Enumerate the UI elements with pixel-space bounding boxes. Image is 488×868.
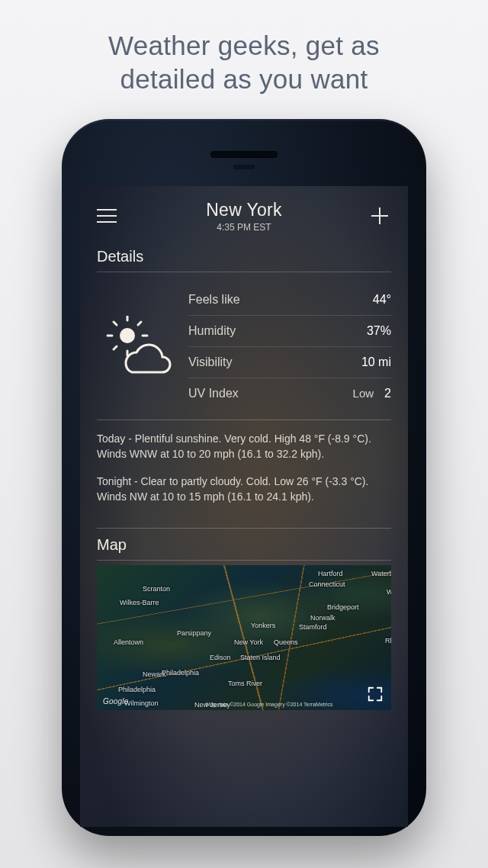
- map-city-label: Scranton: [143, 585, 170, 593]
- detail-row-uv-index: UV Index Low 2: [188, 378, 391, 409]
- details-section-title: Details: [97, 248, 391, 265]
- map-city-label: Bridgeport: [327, 603, 359, 611]
- map-city-label: Stamford: [299, 623, 327, 631]
- detail-row-visibility: Visibility 10 mi: [188, 347, 391, 378]
- map-city-label: Warw: [387, 588, 391, 596]
- forecast-tonight: Tonight - Clear to partly cloudy. Cold. …: [97, 474, 391, 505]
- location-time: 4:35 PM EST: [120, 222, 368, 233]
- detail-row-humidity: Humidity 37%: [188, 316, 391, 347]
- weather-partly-cloudy-icon: [104, 316, 173, 377]
- weather-map[interactable]: HartfordConnecticutScrantonWilkes-BarreW…: [97, 565, 391, 710]
- map-city-label: New York: [234, 638, 263, 646]
- map-city-label: Yonkers: [251, 622, 275, 629]
- marketing-tagline: Weather geeks, get as detailed as you wa…: [108, 29, 380, 96]
- map-city-label: Philadelphia: [162, 669, 199, 677]
- add-location-icon[interactable]: [368, 204, 391, 227]
- location-name: New York: [120, 200, 368, 220]
- divider: [97, 528, 391, 529]
- app-screen: New York 4:35 PM EST Details: [80, 186, 408, 827]
- map-city-label: Toms River: [228, 680, 262, 687]
- map-city-label: Parsippany: [177, 629, 211, 637]
- map-city-label: Rho: [385, 637, 391, 645]
- svg-line-5: [114, 322, 117, 325]
- forecast-today: Today - Plentiful sunshine. Very cold. H…: [97, 431, 391, 462]
- google-logo: Google: [103, 697, 128, 706]
- map-city-label: Waterbury: [371, 570, 391, 577]
- svg-line-6: [138, 322, 141, 325]
- phone-speaker: [210, 151, 278, 158]
- map-city-label: Wilkes-Barre: [120, 599, 159, 606]
- svg-point-0: [120, 328, 135, 343]
- details-body: Feels like 44° Humidity 37% Visibility 1…: [97, 272, 391, 420]
- detail-row-feels-like: Feels like 44°: [188, 285, 391, 316]
- map-section-title: Map: [97, 536, 391, 554]
- svg-line-7: [114, 346, 117, 349]
- phone-sensor: [233, 165, 255, 169]
- map-city-label: Allentown: [114, 638, 143, 646]
- map-city-label: Edison: [210, 654, 231, 661]
- map-city-label: Wilmington: [124, 699, 159, 707]
- phone-frame: New York 4:35 PM EST Details: [62, 119, 426, 836]
- app-topbar: New York 4:35 PM EST: [80, 186, 408, 240]
- map-city-label: Norwalk: [310, 614, 336, 622]
- map-city-label: Connecticut: [309, 580, 345, 588]
- map-city-label: Hartford: [318, 570, 343, 577]
- divider: [97, 560, 391, 561]
- hamburger-menu-icon[interactable]: [97, 204, 120, 227]
- map-city-label: Philadelphia: [118, 686, 156, 693]
- map-attribution: Map data ©2014 Google Imagery ©2014 Terr…: [206, 702, 333, 707]
- location-header: New York 4:35 PM EST: [120, 200, 368, 233]
- map-city-label: Queens: [274, 638, 298, 646]
- map-city-label: Staten Island: [240, 654, 281, 661]
- expand-map-icon[interactable]: [367, 686, 384, 702]
- forecast-text: Today - Plentiful sunshine. Very cold. H…: [97, 420, 391, 528]
